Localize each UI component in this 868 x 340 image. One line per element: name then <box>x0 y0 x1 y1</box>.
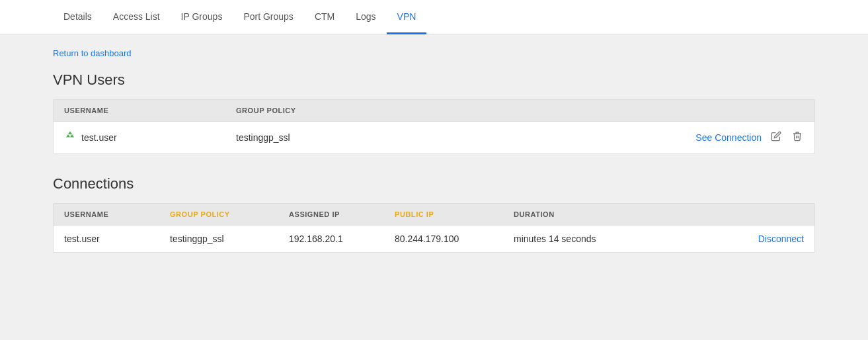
vpn-users-table-header: USERNAME GROUP POLICY <box>54 100 814 122</box>
tab-logs[interactable]: Logs <box>345 0 386 34</box>
conn-public-ip-value: 80.244.179.100 <box>395 234 514 244</box>
tab-ctm[interactable]: CTM <box>304 0 345 34</box>
connection-row: test.user testinggp_ssl 192.168.20.1 80.… <box>54 226 814 252</box>
conn-header-assigned-ip: ASSIGNED IP <box>289 210 395 218</box>
disconnect-link[interactable]: Disconnect <box>758 234 804 244</box>
conn-header-username: USERNAME <box>64 210 170 218</box>
vpn-group-policy-value: testinggp_ssl <box>236 132 695 143</box>
return-to-dashboard-link[interactable]: Return to dashboard <box>53 48 132 58</box>
conn-username-value: test.user <box>64 234 170 244</box>
content-area: Return to dashboard VPN Users USERNAME G… <box>0 34 868 300</box>
conn-group-policy-value: testinggp_ssl <box>170 234 289 244</box>
see-connection-link[interactable]: See Connection <box>695 132 762 143</box>
vpn-users-table: USERNAME GROUP POLICY test.user t <box>53 99 815 154</box>
vpn-user-icon <box>64 130 76 145</box>
tab-vpn[interactable]: VPN <box>387 0 427 34</box>
tab-details[interactable]: Details <box>53 0 102 34</box>
vpn-row-actions: See Connection <box>695 130 804 146</box>
connections-title: Connections <box>53 175 815 192</box>
conn-header-group-policy: GROUP POLICY <box>170 210 289 218</box>
connections-table: USERNAME GROUP POLICY ASSIGNED IP PUBLIC… <box>53 203 815 253</box>
edit-icon[interactable] <box>769 130 783 146</box>
conn-duration-value: minutes 14 seconds <box>514 234 725 244</box>
vpn-username-value: test.user <box>81 132 117 143</box>
conn-action-cell: Disconnect <box>725 234 804 244</box>
connections-table-header: USERNAME GROUP POLICY ASSIGNED IP PUBLIC… <box>54 204 814 226</box>
vpn-header-group-policy: GROUP POLICY <box>236 106 804 114</box>
vpn-user-row: test.user testinggp_ssl See Connection <box>54 122 814 153</box>
conn-assigned-ip-value: 192.168.20.1 <box>289 234 395 244</box>
vpn-user-cell: test.user <box>64 130 236 145</box>
delete-icon[interactable] <box>791 130 804 146</box>
vpn-users-title: VPN Users <box>53 71 815 89</box>
tab-bar: Details Access List IP Groups Port Group… <box>0 0 868 34</box>
conn-header-public-ip: PUBLIC IP <box>395 210 514 218</box>
tab-port-groups[interactable]: Port Groups <box>233 0 303 34</box>
tab-ip-groups[interactable]: IP Groups <box>171 0 233 34</box>
tab-access-list[interactable]: Access List <box>102 0 171 34</box>
conn-header-duration: DURATION <box>514 210 725 218</box>
vpn-header-username: USERNAME <box>64 106 236 114</box>
page-wrapper: Details Access List IP Groups Port Group… <box>0 0 868 340</box>
